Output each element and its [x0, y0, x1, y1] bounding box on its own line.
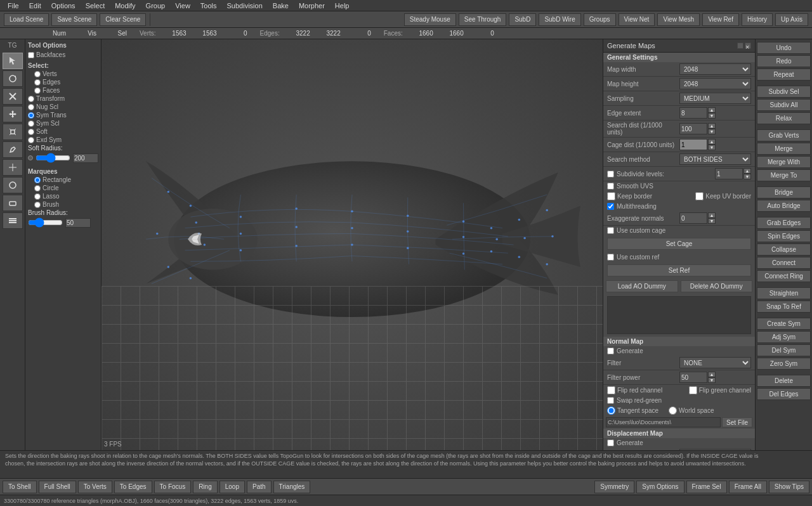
multithreading-checkbox[interactable] — [607, 203, 614, 210]
subd-wire-button[interactable]: SubD Wire — [539, 13, 580, 26]
history-button[interactable]: History — [742, 13, 773, 26]
generate-dm-checkbox[interactable] — [607, 439, 614, 446]
path-button[interactable]: Path — [247, 481, 272, 493]
spin-edges-button[interactable]: Spin Edges — [757, 230, 811, 242]
flip-green-checkbox[interactable] — [689, 386, 697, 394]
menu-file[interactable]: File — [3, 2, 24, 10]
menu-morpher[interactable]: Morpher — [294, 2, 330, 10]
auto-bridge-button[interactable]: Auto Bridge — [757, 200, 811, 212]
steady-mouse-button[interactable]: Steady Mouse — [404, 13, 456, 26]
tool-eraser[interactable] — [3, 195, 23, 211]
panel-close[interactable]: × — [745, 42, 751, 49]
sampling-dropdown[interactable]: MEDIUMLOWHIGH — [679, 93, 751, 104]
bridge-button[interactable]: Bridge — [757, 186, 811, 198]
sym-options-button[interactable]: Sym Options — [636, 481, 684, 493]
generate-nm-checkbox[interactable] — [607, 347, 614, 354]
set-file-nm-button[interactable]: Set File — [722, 417, 752, 427]
soft-radio[interactable] — [28, 129, 34, 135]
soft-radius-input[interactable] — [73, 153, 98, 163]
filter-nm-dropdown[interactable]: NONEBOXTRIANGLEGAUSSIAN — [679, 357, 751, 368]
sym-trans-radio[interactable] — [28, 112, 34, 119]
view-net-button[interactable]: View Net — [619, 13, 655, 26]
flip-red-checkbox[interactable] — [607, 386, 615, 394]
map-width-dropdown[interactable]: 204851210244096 — [679, 63, 751, 75]
groups-button[interactable]: Groups — [584, 13, 616, 26]
undo-button[interactable]: Undo — [757, 42, 811, 54]
filter-power-nm-up[interactable]: ▲ — [708, 372, 716, 377]
tool-rotate[interactable] — [3, 70, 23, 87]
world-space-radio[interactable] — [669, 406, 677, 415]
grab-edges-button[interactable]: Grab Edges — [757, 217, 811, 229]
cage-dist-up[interactable]: ▲ — [708, 139, 716, 145]
subd-button[interactable]: SubD — [509, 13, 536, 26]
select-faces-radio[interactable] — [34, 88, 41, 94]
grab-verts-button[interactable]: Grab Verts — [757, 129, 811, 141]
merge-button[interactable]: Merge — [757, 143, 811, 155]
smooth-uvs-checkbox[interactable] — [607, 183, 614, 190]
clear-scene-button[interactable]: Clear Scene — [100, 13, 146, 26]
to-edges-button[interactable]: To Edges — [114, 481, 152, 493]
show-tips-button[interactable]: Show Tips — [769, 481, 809, 493]
brush-radio[interactable] — [34, 202, 41, 208]
ring-button[interactable]: Ring — [193, 481, 218, 493]
view-ref-button[interactable]: View Ref — [702, 13, 739, 26]
load-scene-button[interactable]: Load Scene — [4, 13, 49, 26]
collapse-button[interactable]: Collapse — [757, 243, 811, 256]
tool-circle[interactable] — [3, 177, 23, 193]
tool-x[interactable] — [3, 88, 23, 105]
brush-radius-slider[interactable] — [28, 217, 63, 228]
menu-view[interactable]: View — [170, 2, 195, 10]
subdivide-levels-down[interactable]: ▼ — [743, 174, 751, 179]
select-edges-radio[interactable] — [34, 79, 41, 86]
menu-help[interactable]: Help — [330, 2, 355, 10]
tool-bar[interactable] — [3, 212, 23, 229]
merge-to-button[interactable]: Merge To — [757, 169, 811, 181]
to-focus-button[interactable]: To Focus — [154, 481, 192, 493]
subdiv-all-button[interactable]: Subdiv All — [757, 99, 811, 111]
del-edges-button[interactable]: Del Edges — [757, 388, 811, 400]
redo-button[interactable]: Redo — [757, 55, 811, 67]
viewport[interactable]: 3 FPS — [102, 39, 603, 450]
menu-tools[interactable]: Tools — [195, 2, 222, 10]
exd-sym-radio[interactable] — [28, 137, 34, 143]
connect-ring-button[interactable]: Connect Ring — [757, 270, 811, 282]
subdivide-levels-up[interactable]: ▲ — [743, 168, 751, 174]
delete-button[interactable]: Delete — [757, 375, 811, 387]
menu-bake[interactable]: Bake — [268, 2, 294, 10]
straighten-button[interactable]: Straighten — [757, 287, 811, 299]
delete-ao-button[interactable]: Delete AO Dummy — [681, 280, 753, 292]
connect-button[interactable]: Connect — [757, 257, 811, 269]
subdiv-sel-button[interactable]: Subdiv Sel — [757, 86, 811, 98]
triangles-button[interactable]: Triangles — [273, 481, 311, 493]
map-height-dropdown[interactable]: 204851210244096 — [679, 78, 751, 89]
subdivide-levels-input[interactable] — [715, 168, 743, 179]
search-dist-up[interactable]: ▲ — [708, 123, 716, 129]
keep-border-checkbox[interactable] — [607, 192, 615, 200]
menu-modify[interactable]: Modify — [110, 2, 140, 10]
full-shell-button[interactable]: Full Shell — [39, 481, 76, 493]
frame-all-button[interactable]: Frame All — [729, 481, 767, 493]
search-dist-input[interactable] — [679, 123, 707, 134]
repeat-button[interactable]: Repeat — [757, 68, 811, 81]
use-custom-ref-checkbox[interactable] — [607, 254, 614, 261]
backfaces-checkbox[interactable] — [28, 52, 34, 58]
cage-dist-down[interactable]: ▼ — [708, 145, 716, 150]
circle-radio[interactable] — [34, 185, 41, 191]
create-sym-button[interactable]: Create Sym — [757, 318, 811, 330]
panel-minimize[interactable] — [737, 42, 743, 49]
merge-with-button[interactable]: Merge With — [757, 156, 811, 168]
exaggerate-normals-input[interactable] — [679, 212, 707, 224]
tool-select[interactable] — [3, 53, 23, 69]
to-verts-button[interactable]: To Verts — [78, 481, 112, 493]
edge-extent-up[interactable]: ▲ — [708, 107, 716, 113]
filter-power-nm-down[interactable]: ▼ — [708, 377, 716, 383]
relax-button[interactable]: Relax — [757, 112, 811, 124]
menu-options[interactable]: Options — [46, 2, 81, 10]
edge-extent-down[interactable]: ▼ — [708, 113, 716, 119]
save-scene-button[interactable]: Save Scene — [51, 13, 97, 26]
filter-dm-dropdown[interactable]: NONEBOXTRIANGLEGAUSSIAN — [679, 449, 751, 450]
symmetry-button[interactable]: Symmetry — [594, 481, 634, 493]
tool-scale[interactable] — [3, 124, 23, 140]
menu-subdivision[interactable]: Subdivision — [222, 2, 268, 10]
tangent-space-radio[interactable] — [607, 406, 615, 415]
